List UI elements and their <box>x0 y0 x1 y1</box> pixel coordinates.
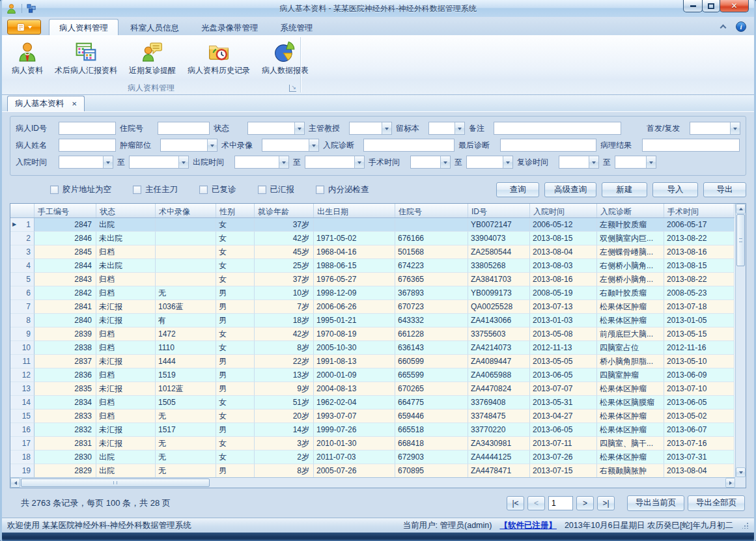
tab-patient-basic-info[interactable]: 病人基本资料 ✕ <box>7 96 85 111</box>
scroll-left-icon[interactable] <box>10 478 20 488</box>
table-row[interactable]: 182830出院无女2岁2011-07-03672903ZA4444125201… <box>10 451 735 464</box>
tumor-site-combo[interactable] <box>160 139 217 152</box>
patient-info-button[interactable]: 病人资料 <box>6 38 49 77</box>
table-row[interactable]: ▶12847出院女37岁YB00721472006-05-12左额叶胶质瘤200… <box>10 218 735 232</box>
maximize-button[interactable] <box>702 0 720 12</box>
postop-report-button[interactable]: 术后病人汇报资料 <box>49 38 123 77</box>
table-row[interactable]: 112837未汇报1444男22岁1991-08-13660599ZA40894… <box>10 355 735 368</box>
column-header-4[interactable]: 性别 <box>216 204 255 217</box>
last-page-button[interactable]: >| <box>597 496 615 510</box>
history-record-button[interactable]: 病人资料历史记录 <box>182 38 256 77</box>
ribbon-tab-department-staff[interactable]: 科室人员信息 <box>120 19 189 35</box>
dropdown-arrow-icon[interactable] <box>730 122 740 134</box>
next-page-button[interactable]: > <box>576 496 594 510</box>
scroll-right-icon[interactable] <box>725 478 735 488</box>
table-row[interactable]: 42844未出院女25岁1988-06-15674223338052682013… <box>10 259 735 273</box>
film-address-empty-checkbox[interactable]: 胶片地址为空 <box>50 184 111 195</box>
dropdown-arrow-icon[interactable] <box>207 139 217 151</box>
scroll-down-icon[interactable] <box>736 467 746 477</box>
column-header-8[interactable]: ID号 <box>468 204 530 217</box>
table-row[interactable]: 102838归档1110女8岁2005-10-30636143ZA4214073… <box>10 341 735 355</box>
first-recurrence-combo[interactable] <box>690 122 740 135</box>
column-header-0[interactable] <box>10 204 35 217</box>
close-button[interactable]: ✕ <box>720 0 749 12</box>
patient-id-input[interactable] <box>59 122 116 135</box>
dropdown-arrow-icon[interactable] <box>503 156 512 168</box>
export-button[interactable]: 导出 <box>703 182 746 197</box>
dropdown-arrow-icon[interactable] <box>646 156 656 168</box>
admission-date-from-combo[interactable] <box>59 156 113 169</box>
revisit-reminder-button[interactable]: 近期复诊提醒 <box>123 38 182 77</box>
table-row[interactable]: 32845归档女45岁1968-04-16501568ZA25805442013… <box>10 245 735 259</box>
table-row[interactable]: 132835未汇报1012蓝男9岁2004-08-13670265ZA44708… <box>10 382 735 396</box>
first-page-button[interactable]: |< <box>507 496 524 510</box>
app-menu-button[interactable] <box>7 20 41 35</box>
discharge-date-from-combo[interactable] <box>234 156 289 169</box>
column-header-3[interactable]: 术中录像 <box>156 204 216 217</box>
revisit-date-to-combo[interactable] <box>615 156 656 169</box>
remark-input[interactable] <box>494 122 621 135</box>
surgery-date-from-combo[interactable] <box>410 156 451 169</box>
table-row[interactable]: 22846未出院女42岁1971-05-02676166339040732013… <box>10 232 735 245</box>
professor-combo[interactable] <box>349 122 392 135</box>
table-row[interactable]: 162832未汇报1517男14岁1999-07-266655183377022… <box>10 423 735 437</box>
revisited-checkbox[interactable]: 已复诊 <box>199 184 236 195</box>
table-row[interactable]: 172831未汇报无女3岁2010-01-30668418ZA343098120… <box>10 437 735 451</box>
app-logo-icon[interactable] <box>6 3 17 14</box>
data-report-button[interactable]: 病人数据报表 <box>256 38 315 77</box>
discharge-date-to-combo[interactable] <box>305 156 365 169</box>
checkbox-icon[interactable] <box>133 186 141 194</box>
column-header-10[interactable]: 入院诊断 <box>597 204 664 217</box>
checkbox-icon[interactable] <box>50 186 59 194</box>
chief-surgeon-checkbox[interactable]: 主任主刀 <box>133 184 178 195</box>
dropdown-arrow-icon[interactable] <box>382 122 391 134</box>
info-icon[interactable]: i <box>736 21 746 32</box>
prev-page-button[interactable]: < <box>527 496 545 510</box>
admission-date-to-combo[interactable] <box>129 156 189 169</box>
table-row[interactable]: 82840未汇报有男18岁1995-01-21643332ZA414306620… <box>10 314 735 327</box>
table-row[interactable]: 192829出院无男8岁2005-07-26670895ZA4478471201… <box>10 464 735 478</box>
column-header-7[interactable]: 住院号 <box>395 204 468 217</box>
table-row[interactable]: 52843归档女37岁1976-05-27676365ZA38417032013… <box>10 273 735 286</box>
collapse-ribbon-icon[interactable] <box>720 25 727 31</box>
dropdown-arrow-icon[interactable] <box>279 156 288 168</box>
ribbon-tab-patient-management[interactable]: 病人资料管理 <box>49 19 119 35</box>
revisit-date-from-combo[interactable] <box>559 156 599 169</box>
vertical-scrollbar[interactable] <box>735 204 746 477</box>
table-row[interactable]: 92839归档1472女42岁1970-08-19661228337556032… <box>10 327 735 341</box>
minimize-button[interactable] <box>683 0 703 12</box>
column-header-9[interactable]: 入院时间 <box>530 204 597 217</box>
advanced-query-button[interactable]: 高级查询 <box>544 182 596 197</box>
table-row[interactable]: 62842归档无男10岁1998-12-09367893YB0099173200… <box>10 286 735 300</box>
reported-checkbox[interactable]: 已汇报 <box>258 184 295 195</box>
horizontal-scrollbar[interactable] <box>10 477 735 488</box>
page-number-input[interactable] <box>548 496 573 510</box>
column-header-2[interactable]: 状态 <box>96 204 156 217</box>
table-row[interactable]: 72841未汇报1036蓝男7岁2006-06-26670723QA002552… <box>10 300 735 314</box>
import-button[interactable]: 导入 <box>652 182 698 197</box>
dropdown-arrow-icon[interactable] <box>440 156 450 168</box>
export-all-pages-button[interactable]: 导出全部页 <box>688 495 745 511</box>
scroll-up-icon[interactable] <box>736 204 746 214</box>
patient-name-input[interactable] <box>59 139 116 152</box>
ribbon-tab-system-management[interactable]: 系统管理 <box>270 19 324 35</box>
new-button[interactable]: 新建 <box>602 182 647 197</box>
final-diagnosis-input[interactable] <box>500 139 596 152</box>
surgery-video-combo[interactable] <box>262 139 319 152</box>
checkbox-icon[interactable] <box>258 186 266 194</box>
admission-no-input[interactable] <box>158 122 210 135</box>
specimen-combo[interactable] <box>428 122 465 135</box>
dropdown-arrow-icon[interactable] <box>589 156 598 168</box>
column-header-6[interactable]: 出生日期 <box>314 204 395 217</box>
pathology-result-input[interactable] <box>642 139 740 152</box>
horizontal-scroll-thumb[interactable] <box>21 479 210 487</box>
dropdown-arrow-icon[interactable] <box>178 156 188 168</box>
dropdown-arrow-icon[interactable] <box>294 122 304 134</box>
table-row[interactable]: 142834归档1505女51岁1962-02-0466477533769408… <box>10 396 735 409</box>
query-button[interactable]: 查询 <box>496 182 539 197</box>
tab-close-icon[interactable]: ✕ <box>72 100 77 107</box>
ribbon-tab-disc-tape-management[interactable]: 光盘录像带管理 <box>191 19 269 35</box>
checkbox-icon[interactable] <box>199 186 208 194</box>
table-row[interactable]: 122836归档1519男13岁2000-01-09665599ZA406598… <box>10 368 735 382</box>
admission-diagnosis-input[interactable] <box>363 139 455 152</box>
